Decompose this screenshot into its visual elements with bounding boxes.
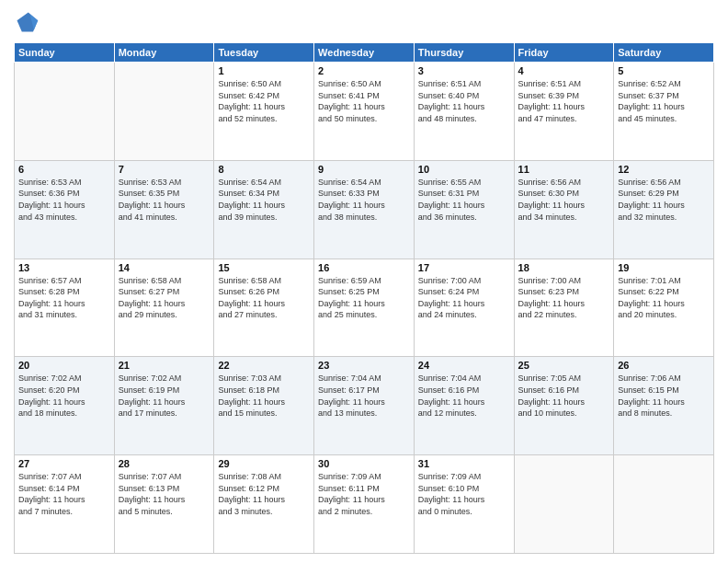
calendar-cell: 3Sunrise: 6:51 AM Sunset: 6:40 PM Daylig… xyxy=(414,63,514,161)
calendar-cell: 22Sunrise: 7:03 AM Sunset: 6:18 PM Dayli… xyxy=(214,357,314,455)
day-number: 5 xyxy=(618,65,710,76)
calendar-week-row: 6Sunrise: 6:53 AM Sunset: 6:36 PM Daylig… xyxy=(15,160,714,259)
day-number: 13 xyxy=(18,262,110,273)
day-number: 27 xyxy=(18,458,110,469)
day-info: Sunrise: 7:07 AM Sunset: 6:14 PM Dayligh… xyxy=(18,471,110,517)
day-info: Sunrise: 6:50 AM Sunset: 6:41 PM Dayligh… xyxy=(318,78,410,124)
day-info: Sunrise: 7:00 AM Sunset: 6:23 PM Dayligh… xyxy=(518,275,610,321)
calendar-cell: 16Sunrise: 6:59 AM Sunset: 6:25 PM Dayli… xyxy=(314,259,415,357)
day-info: Sunrise: 7:01 AM Sunset: 6:22 PM Dayligh… xyxy=(618,275,710,321)
calendar-cell: 26Sunrise: 7:06 AM Sunset: 6:15 PM Dayli… xyxy=(614,357,714,455)
day-number: 15 xyxy=(218,262,310,273)
weekday-header: Thursday xyxy=(414,43,514,63)
calendar-week-row: 13Sunrise: 6:57 AM Sunset: 6:28 PM Dayli… xyxy=(15,259,714,357)
weekday-header: Tuesday xyxy=(214,43,314,63)
calendar-cell: 18Sunrise: 7:00 AM Sunset: 6:23 PM Dayli… xyxy=(514,259,614,357)
day-number: 31 xyxy=(418,458,510,469)
day-number: 9 xyxy=(318,164,410,175)
calendar-cell: 29Sunrise: 7:08 AM Sunset: 6:12 PM Dayli… xyxy=(214,455,314,554)
day-number: 8 xyxy=(218,164,310,175)
day-info: Sunrise: 6:55 AM Sunset: 6:31 PM Dayligh… xyxy=(418,177,510,223)
calendar-cell xyxy=(514,455,614,554)
calendar-cell: 4Sunrise: 6:51 AM Sunset: 6:39 PM Daylig… xyxy=(514,63,614,161)
day-number: 19 xyxy=(618,262,710,273)
day-info: Sunrise: 6:53 AM Sunset: 6:36 PM Dayligh… xyxy=(18,177,110,223)
day-number: 12 xyxy=(618,164,710,175)
day-number: 10 xyxy=(418,164,510,175)
day-info: Sunrise: 7:02 AM Sunset: 6:20 PM Dayligh… xyxy=(18,373,110,419)
day-info: Sunrise: 6:58 AM Sunset: 6:26 PM Dayligh… xyxy=(218,275,310,321)
calendar-header-row: SundayMondayTuesdayWednesdayThursdayFrid… xyxy=(15,43,714,63)
day-info: Sunrise: 7:07 AM Sunset: 6:13 PM Dayligh… xyxy=(119,471,210,517)
day-info: Sunrise: 7:00 AM Sunset: 6:24 PM Dayligh… xyxy=(418,275,510,321)
day-number: 25 xyxy=(518,360,610,371)
day-number: 24 xyxy=(418,360,510,371)
day-info: Sunrise: 7:04 AM Sunset: 6:16 PM Dayligh… xyxy=(418,373,510,419)
day-number: 3 xyxy=(418,65,510,76)
calendar-cell: 19Sunrise: 7:01 AM Sunset: 6:22 PM Dayli… xyxy=(614,259,714,357)
day-info: Sunrise: 6:57 AM Sunset: 6:28 PM Dayligh… xyxy=(18,275,110,321)
day-info: Sunrise: 7:02 AM Sunset: 6:19 PM Dayligh… xyxy=(119,373,210,419)
logo xyxy=(14,9,43,35)
day-number: 1 xyxy=(218,65,310,76)
day-info: Sunrise: 7:06 AM Sunset: 6:15 PM Dayligh… xyxy=(618,373,710,419)
calendar-cell: 7Sunrise: 6:53 AM Sunset: 6:35 PM Daylig… xyxy=(114,160,214,259)
day-number: 21 xyxy=(119,360,210,371)
day-info: Sunrise: 7:09 AM Sunset: 6:10 PM Dayligh… xyxy=(418,471,510,517)
calendar-cell xyxy=(15,63,115,161)
logo-icon xyxy=(14,9,40,35)
calendar-cell: 27Sunrise: 7:07 AM Sunset: 6:14 PM Dayli… xyxy=(15,455,115,554)
calendar-cell: 8Sunrise: 6:54 AM Sunset: 6:34 PM Daylig… xyxy=(214,160,314,259)
calendar-cell: 31Sunrise: 7:09 AM Sunset: 6:10 PM Dayli… xyxy=(414,455,514,554)
day-number: 11 xyxy=(518,164,610,175)
day-number: 6 xyxy=(18,164,110,175)
calendar-cell: 23Sunrise: 7:04 AM Sunset: 6:17 PM Dayli… xyxy=(314,357,415,455)
calendar-cell: 20Sunrise: 7:02 AM Sunset: 6:20 PM Dayli… xyxy=(15,357,115,455)
day-info: Sunrise: 6:51 AM Sunset: 6:39 PM Dayligh… xyxy=(518,78,610,124)
calendar-cell: 12Sunrise: 6:56 AM Sunset: 6:29 PM Dayli… xyxy=(614,160,714,259)
weekday-header: Saturday xyxy=(614,43,714,63)
day-info: Sunrise: 6:54 AM Sunset: 6:33 PM Dayligh… xyxy=(318,177,410,223)
day-info: Sunrise: 6:56 AM Sunset: 6:29 PM Dayligh… xyxy=(618,177,710,223)
day-number: 29 xyxy=(218,458,310,469)
calendar-cell: 21Sunrise: 7:02 AM Sunset: 6:19 PM Dayli… xyxy=(114,357,214,455)
day-number: 26 xyxy=(618,360,710,371)
calendar-cell: 13Sunrise: 6:57 AM Sunset: 6:28 PM Dayli… xyxy=(15,259,115,357)
day-info: Sunrise: 6:51 AM Sunset: 6:40 PM Dayligh… xyxy=(418,78,510,124)
calendar-cell: 5Sunrise: 6:52 AM Sunset: 6:37 PM Daylig… xyxy=(614,63,714,161)
calendar-cell: 11Sunrise: 6:56 AM Sunset: 6:30 PM Dayli… xyxy=(514,160,614,259)
header xyxy=(14,9,714,35)
day-info: Sunrise: 6:56 AM Sunset: 6:30 PM Dayligh… xyxy=(518,177,610,223)
weekday-header: Sunday xyxy=(15,43,115,63)
weekday-header: Friday xyxy=(514,43,614,63)
calendar-cell: 30Sunrise: 7:09 AM Sunset: 6:11 PM Dayli… xyxy=(314,455,415,554)
calendar-cell: 24Sunrise: 7:04 AM Sunset: 6:16 PM Dayli… xyxy=(414,357,514,455)
day-number: 16 xyxy=(318,262,410,273)
calendar: SundayMondayTuesdayWednesdayThursdayFrid… xyxy=(14,42,714,554)
calendar-cell: 9Sunrise: 6:54 AM Sunset: 6:33 PM Daylig… xyxy=(314,160,415,259)
day-number: 4 xyxy=(518,65,610,76)
calendar-cell: 17Sunrise: 7:00 AM Sunset: 6:24 PM Dayli… xyxy=(414,259,514,357)
day-info: Sunrise: 7:08 AM Sunset: 6:12 PM Dayligh… xyxy=(218,471,310,517)
day-info: Sunrise: 6:58 AM Sunset: 6:27 PM Dayligh… xyxy=(119,275,210,321)
day-number: 2 xyxy=(318,65,410,76)
calendar-week-row: 27Sunrise: 7:07 AM Sunset: 6:14 PM Dayli… xyxy=(15,455,714,554)
calendar-cell: 25Sunrise: 7:05 AM Sunset: 6:16 PM Dayli… xyxy=(514,357,614,455)
calendar-cell xyxy=(114,63,214,161)
day-number: 22 xyxy=(218,360,310,371)
calendar-cell: 10Sunrise: 6:55 AM Sunset: 6:31 PM Dayli… xyxy=(414,160,514,259)
day-info: Sunrise: 7:09 AM Sunset: 6:11 PM Dayligh… xyxy=(318,471,410,517)
calendar-cell: 14Sunrise: 6:58 AM Sunset: 6:27 PM Dayli… xyxy=(114,259,214,357)
day-info: Sunrise: 6:52 AM Sunset: 6:37 PM Dayligh… xyxy=(618,78,710,124)
calendar-cell: 28Sunrise: 7:07 AM Sunset: 6:13 PM Dayli… xyxy=(114,455,214,554)
calendar-cell: 6Sunrise: 6:53 AM Sunset: 6:36 PM Daylig… xyxy=(15,160,115,259)
calendar-week-row: 20Sunrise: 7:02 AM Sunset: 6:20 PM Dayli… xyxy=(15,357,714,455)
calendar-body: 1Sunrise: 6:50 AM Sunset: 6:42 PM Daylig… xyxy=(15,63,714,554)
day-info: Sunrise: 7:05 AM Sunset: 6:16 PM Dayligh… xyxy=(518,373,610,419)
day-number: 18 xyxy=(518,262,610,273)
day-info: Sunrise: 7:04 AM Sunset: 6:17 PM Dayligh… xyxy=(318,373,410,419)
day-number: 28 xyxy=(119,458,210,469)
day-info: Sunrise: 7:03 AM Sunset: 6:18 PM Dayligh… xyxy=(218,373,310,419)
day-info: Sunrise: 6:53 AM Sunset: 6:35 PM Dayligh… xyxy=(119,177,210,223)
day-number: 23 xyxy=(318,360,410,371)
